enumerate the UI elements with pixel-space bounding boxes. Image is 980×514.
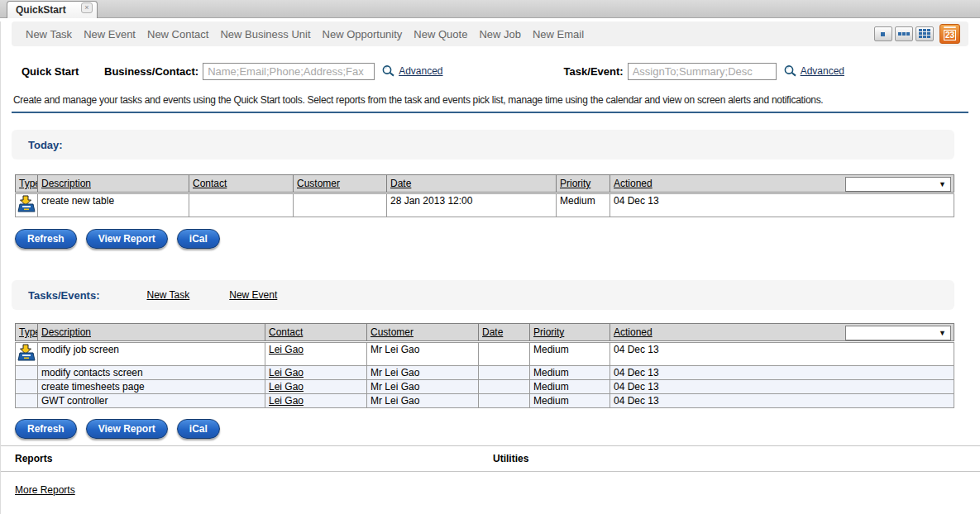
- tasks-new-event-link[interactable]: New Event: [229, 289, 277, 301]
- today-cell-actioned: 04 Dec 13: [610, 194, 954, 217]
- table-row[interactable]: GWT controller Lei Gao Mr Lei Gao Medium…: [16, 394, 954, 408]
- today-col-actioned[interactable]: Actioned: [614, 178, 653, 189]
- view-report-button[interactable]: View Report: [86, 229, 168, 249]
- tasks-col-priority[interactable]: Priority: [533, 326, 564, 338]
- toolbar-new-task-link[interactable]: New Task: [20, 28, 78, 40]
- view-report-button[interactable]: View Report: [86, 419, 168, 439]
- task-cell-priority: Medium: [530, 366, 610, 380]
- chevron-down-icon: ▼: [939, 180, 946, 188]
- task-cell-customer: Mr Lei Gao: [367, 394, 479, 408]
- today-col-contact[interactable]: Contact: [193, 178, 227, 189]
- contact-link[interactable]: Lei Gao: [269, 344, 304, 355]
- today-cell-contact: [189, 194, 294, 217]
- contact-link[interactable]: Lei Gao: [269, 395, 304, 407]
- toolbar-new-contact-link[interactable]: New Contact: [141, 28, 214, 40]
- tasks-col-contact[interactable]: Contact: [269, 326, 303, 338]
- today-table: Type Description Contact Customer Date P…: [15, 174, 954, 217]
- tab-quickstart[interactable]: QuickStart ×: [7, 1, 98, 18]
- task-event-search-icon[interactable]: [783, 64, 797, 78]
- business-search-icon[interactable]: [381, 64, 395, 78]
- tab-title: QuickStart: [16, 4, 81, 16]
- today-col-customer[interactable]: Customer: [297, 178, 340, 189]
- toolbar: New Task New Event New Contact New Busin…: [12, 21, 968, 46]
- table-row[interactable]: modify contacts screen Lei Gao Mr Lei Ga…: [16, 366, 954, 380]
- tasks-col-type[interactable]: Type: [19, 326, 38, 338]
- today-cell-customer: [294, 194, 387, 217]
- toolbar-new-opportunity-link[interactable]: New Opportunity: [317, 28, 409, 40]
- today-cell-priority: Medium: [557, 194, 610, 217]
- tasks-col-date[interactable]: Date: [482, 326, 503, 338]
- quickstart-search-row: Quick Start Business/Contact: Advanced T…: [12, 61, 968, 81]
- day-view-icon[interactable]: [874, 26, 892, 41]
- task-cell-date: [479, 343, 530, 366]
- ical-button[interactable]: iCal: [177, 419, 220, 439]
- task-cell-date: [479, 366, 530, 380]
- task-event-label: Task/Event:: [564, 65, 624, 78]
- today-actions: Refresh View Report iCal: [15, 229, 980, 249]
- table-row[interactable]: create new table 28 Jan 2013 12:00 Mediu…: [16, 194, 954, 217]
- tasks-col-customer[interactable]: Customer: [370, 326, 414, 338]
- page-title: Quick Start: [22, 65, 104, 78]
- today-filter-dropdown[interactable]: ▼: [845, 177, 951, 192]
- task-cell-description: modify contacts screen: [38, 366, 265, 380]
- task-event-input[interactable]: [628, 63, 777, 80]
- tab-bar: QuickStart ×: [0, 0, 980, 18]
- contact-link[interactable]: Lei Gao: [269, 367, 304, 378]
- task-cell-customer: Mr Lei Gao: [367, 366, 479, 380]
- tab-close-icon[interactable]: ×: [81, 2, 93, 13]
- tasks-events-table: Type Description Contact Customer Date P…: [15, 323, 954, 408]
- today-section-title: Today:: [28, 139, 63, 151]
- task-cell-actioned: 04 Dec 13: [610, 394, 954, 408]
- task-cell-description: create timesheets page: [38, 380, 265, 394]
- table-row[interactable]: modify job screen Lei Gao Mr Lei Gao Med…: [16, 343, 954, 366]
- refresh-button[interactable]: Refresh: [15, 229, 77, 249]
- week-view-icon[interactable]: [895, 26, 913, 41]
- tasks-table-header-row: Type Description Contact Customer Date P…: [16, 324, 954, 341]
- task-cell-priority: Medium: [530, 394, 610, 408]
- contact-link[interactable]: Lei Gao: [269, 381, 304, 393]
- calendar-icon-day-number: 23: [944, 30, 956, 40]
- today-cell-description: create new table: [38, 194, 189, 217]
- business-advanced-link[interactable]: Advanced: [399, 65, 442, 77]
- task-cell-actioned: 04 Dec 13: [610, 343, 954, 366]
- intro-text: Create and manage your tasks and events …: [12, 94, 968, 113]
- utilities-heading: Utilities: [493, 453, 528, 464]
- quickstart-page: New Task New Event New Contact New Busin…: [0, 21, 980, 514]
- task-cell-customer: Mr Lei Gao: [367, 343, 479, 366]
- task-cell-priority: Medium: [530, 380, 610, 394]
- today-col-type[interactable]: Type: [19, 178, 38, 189]
- chevron-down-icon: ▼: [939, 329, 946, 337]
- more-reports-link[interactable]: More Reports: [15, 484, 75, 496]
- toolbar-new-business-unit-link[interactable]: New Business Unit: [214, 28, 316, 40]
- refresh-button[interactable]: Refresh: [15, 419, 77, 439]
- calendar-date-icon[interactable]: 23: [939, 24, 960, 44]
- today-col-date[interactable]: Date: [390, 178, 411, 189]
- task-type-icon: [17, 353, 36, 364]
- business-contact-label: Business/Contact:: [104, 65, 198, 78]
- business-contact-input[interactable]: [203, 63, 375, 80]
- tasks-col-description[interactable]: Description: [41, 326, 91, 338]
- toolbar-new-quote-link[interactable]: New Quote: [408, 28, 473, 40]
- table-row[interactable]: create timesheets page Lei Gao Mr Lei Ga…: [16, 380, 954, 394]
- today-col-priority[interactable]: Priority: [560, 178, 590, 189]
- toolbar-new-event-link[interactable]: New Event: [78, 28, 141, 40]
- tasks-col-actioned[interactable]: Actioned: [614, 326, 653, 338]
- ical-button[interactable]: iCal: [177, 229, 220, 249]
- month-view-icon[interactable]: [915, 26, 934, 41]
- tasks-actions: Refresh View Report iCal: [15, 419, 980, 439]
- toolbar-new-email-link[interactable]: New Email: [527, 28, 590, 40]
- task-cell-date: [479, 380, 530, 394]
- tasks-events-section-header: Tasks/Events: New Task New Event: [12, 280, 954, 310]
- task-cell-actioned: 04 Dec 13: [610, 380, 954, 394]
- today-col-description[interactable]: Description: [41, 178, 91, 189]
- task-type-icon: [17, 204, 36, 216]
- tasks-filter-dropdown[interactable]: ▼: [845, 326, 951, 340]
- toolbar-new-job-link[interactable]: New Job: [473, 28, 527, 40]
- task-cell-description: GWT controller: [38, 394, 265, 408]
- task-cell-description: modify job screen: [38, 343, 265, 366]
- footer-section: Reports Utilities More Reports: [1, 445, 980, 497]
- task-event-advanced-link[interactable]: Advanced: [801, 65, 844, 77]
- tasks-new-task-link[interactable]: New Task: [146, 289, 189, 301]
- footer-headings-row: Reports Utilities: [1, 446, 980, 472]
- task-cell-actioned: 04 Dec 13: [610, 366, 954, 380]
